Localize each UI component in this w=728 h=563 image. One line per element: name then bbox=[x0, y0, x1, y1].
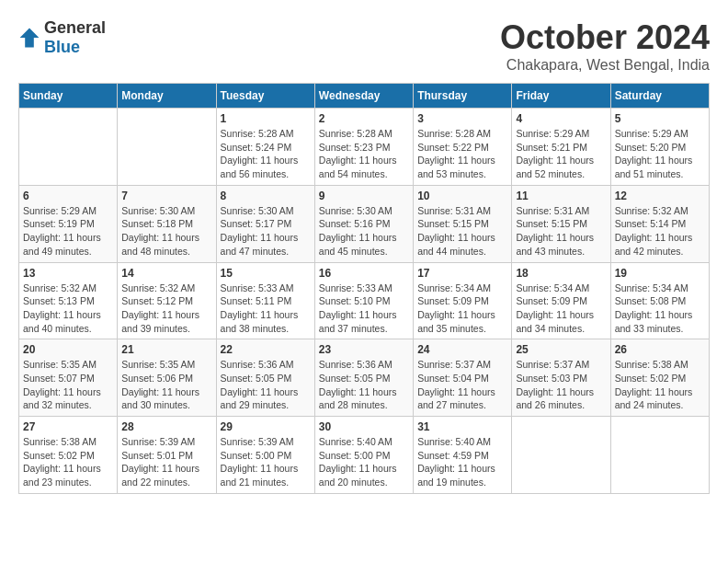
day-info: Sunrise: 5:40 AM Sunset: 5:00 PM Dayligh… bbox=[319, 435, 409, 489]
calendar-cell bbox=[610, 417, 709, 494]
calendar-header-friday: Friday bbox=[512, 84, 610, 109]
calendar-cell: 30Sunrise: 5:40 AM Sunset: 5:00 PM Dayli… bbox=[314, 417, 413, 494]
day-info: Sunrise: 5:28 AM Sunset: 5:22 PM Dayligh… bbox=[417, 127, 507, 181]
calendar-cell: 20Sunrise: 5:35 AM Sunset: 5:07 PM Dayli… bbox=[19, 339, 118, 417]
day-info: Sunrise: 5:28 AM Sunset: 5:23 PM Dayligh… bbox=[319, 127, 409, 181]
month-title: October 2024 bbox=[500, 18, 710, 57]
day-number: 1 bbox=[221, 112, 311, 125]
calendar-cell: 27Sunrise: 5:38 AM Sunset: 5:02 PM Dayli… bbox=[19, 417, 118, 494]
calendar-header-wednesday: Wednesday bbox=[314, 84, 413, 109]
day-number: 21 bbox=[121, 343, 211, 356]
calendar-cell: 21Sunrise: 5:35 AM Sunset: 5:06 PM Dayli… bbox=[118, 339, 216, 417]
calendar-cell: 7Sunrise: 5:30 AM Sunset: 5:18 PM Daylig… bbox=[118, 185, 216, 262]
calendar-table: SundayMondayTuesdayWednesdayThursdayFrid… bbox=[18, 83, 710, 494]
calendar-cell: 29Sunrise: 5:39 AM Sunset: 5:00 PM Dayli… bbox=[216, 417, 314, 494]
day-info: Sunrise: 5:32 AM Sunset: 5:14 PM Dayligh… bbox=[615, 204, 705, 259]
day-info: Sunrise: 5:40 AM Sunset: 4:59 PM Dayligh… bbox=[417, 435, 507, 489]
day-number: 11 bbox=[516, 190, 606, 202]
day-info: Sunrise: 5:30 AM Sunset: 5:17 PM Dayligh… bbox=[221, 204, 311, 259]
svg-marker-0 bbox=[20, 29, 40, 48]
day-number: 31 bbox=[417, 420, 507, 433]
calendar-cell: 6Sunrise: 5:29 AM Sunset: 5:19 PM Daylig… bbox=[19, 185, 118, 262]
day-info: Sunrise: 5:29 AM Sunset: 5:19 PM Dayligh… bbox=[23, 204, 113, 259]
day-info: Sunrise: 5:34 AM Sunset: 5:08 PM Dayligh… bbox=[615, 282, 705, 336]
day-info: Sunrise: 5:28 AM Sunset: 5:24 PM Dayligh… bbox=[221, 127, 311, 181]
day-info: Sunrise: 5:33 AM Sunset: 5:11 PM Dayligh… bbox=[221, 282, 311, 336]
calendar-cell: 19Sunrise: 5:34 AM Sunset: 5:08 PM Dayli… bbox=[610, 262, 709, 339]
calendar-header-sunday: Sunday bbox=[19, 84, 118, 109]
calendar-header-monday: Monday bbox=[118, 84, 216, 109]
calendar-cell bbox=[118, 109, 216, 186]
day-number: 8 bbox=[221, 190, 311, 202]
day-info: Sunrise: 5:32 AM Sunset: 5:13 PM Dayligh… bbox=[23, 282, 113, 336]
calendar-header-row: SundayMondayTuesdayWednesdayThursdayFrid… bbox=[19, 84, 710, 109]
day-info: Sunrise: 5:35 AM Sunset: 5:07 PM Dayligh… bbox=[23, 358, 113, 412]
calendar-cell: 18Sunrise: 5:34 AM Sunset: 5:09 PM Dayli… bbox=[512, 262, 610, 339]
day-info: Sunrise: 5:34 AM Sunset: 5:09 PM Dayligh… bbox=[516, 282, 606, 336]
logo-icon bbox=[18, 27, 40, 49]
calendar-week-4: 20Sunrise: 5:35 AM Sunset: 5:07 PM Dayli… bbox=[19, 339, 710, 417]
calendar-week-3: 13Sunrise: 5:32 AM Sunset: 5:13 PM Dayli… bbox=[19, 262, 710, 339]
day-number: 25 bbox=[516, 343, 606, 356]
day-number: 17 bbox=[417, 267, 507, 280]
calendar-week-5: 27Sunrise: 5:38 AM Sunset: 5:02 PM Dayli… bbox=[19, 417, 710, 494]
day-number: 6 bbox=[23, 190, 113, 202]
calendar-week-1: 1Sunrise: 5:28 AM Sunset: 5:24 PM Daylig… bbox=[19, 109, 710, 186]
day-info: Sunrise: 5:39 AM Sunset: 5:00 PM Dayligh… bbox=[221, 435, 311, 489]
day-number: 10 bbox=[417, 190, 507, 202]
day-number: 15 bbox=[221, 267, 311, 280]
day-info: Sunrise: 5:36 AM Sunset: 5:05 PM Dayligh… bbox=[221, 358, 311, 412]
calendar-cell: 22Sunrise: 5:36 AM Sunset: 5:05 PM Dayli… bbox=[216, 339, 314, 417]
day-info: Sunrise: 5:38 AM Sunset: 5:02 PM Dayligh… bbox=[615, 358, 705, 412]
day-number: 19 bbox=[615, 267, 705, 280]
day-number: 7 bbox=[121, 190, 211, 202]
day-info: Sunrise: 5:31 AM Sunset: 5:15 PM Dayligh… bbox=[516, 204, 606, 259]
calendar-header-thursday: Thursday bbox=[414, 84, 512, 109]
day-number: 26 bbox=[615, 343, 705, 356]
calendar-cell: 15Sunrise: 5:33 AM Sunset: 5:11 PM Dayli… bbox=[216, 262, 314, 339]
calendar-cell: 26Sunrise: 5:38 AM Sunset: 5:02 PM Dayli… bbox=[610, 339, 709, 417]
day-number: 28 bbox=[121, 420, 211, 433]
calendar-cell: 23Sunrise: 5:36 AM Sunset: 5:05 PM Dayli… bbox=[314, 339, 413, 417]
calendar-cell: 13Sunrise: 5:32 AM Sunset: 5:13 PM Dayli… bbox=[19, 262, 118, 339]
day-number: 22 bbox=[221, 343, 311, 356]
calendar-cell: 25Sunrise: 5:37 AM Sunset: 5:03 PM Dayli… bbox=[512, 339, 610, 417]
calendar-cell: 1Sunrise: 5:28 AM Sunset: 5:24 PM Daylig… bbox=[216, 109, 314, 186]
logo-blue: Blue bbox=[44, 38, 80, 56]
page-header: General Blue October 2024 Chakapara, Wes… bbox=[18, 18, 710, 74]
day-number: 20 bbox=[23, 343, 113, 356]
calendar-cell: 24Sunrise: 5:37 AM Sunset: 5:04 PM Dayli… bbox=[414, 339, 512, 417]
day-info: Sunrise: 5:38 AM Sunset: 5:02 PM Dayligh… bbox=[23, 435, 113, 489]
day-number: 14 bbox=[121, 267, 211, 280]
calendar-cell: 14Sunrise: 5:32 AM Sunset: 5:12 PM Dayli… bbox=[118, 262, 216, 339]
day-number: 12 bbox=[615, 190, 705, 202]
location-title: Chakapara, West Bengal, India bbox=[500, 57, 710, 74]
calendar-cell bbox=[19, 109, 118, 186]
day-info: Sunrise: 5:32 AM Sunset: 5:12 PM Dayligh… bbox=[121, 282, 211, 336]
day-info: Sunrise: 5:36 AM Sunset: 5:05 PM Dayligh… bbox=[319, 358, 409, 412]
calendar-cell: 31Sunrise: 5:40 AM Sunset: 4:59 PM Dayli… bbox=[414, 417, 512, 494]
logo: General Blue bbox=[18, 18, 106, 57]
calendar-header-saturday: Saturday bbox=[610, 84, 709, 109]
day-info: Sunrise: 5:37 AM Sunset: 5:04 PM Dayligh… bbox=[417, 358, 507, 412]
day-number: 16 bbox=[319, 267, 409, 280]
day-info: Sunrise: 5:29 AM Sunset: 5:21 PM Dayligh… bbox=[516, 127, 606, 181]
calendar-cell: 17Sunrise: 5:34 AM Sunset: 5:09 PM Dayli… bbox=[414, 262, 512, 339]
title-section: October 2024 Chakapara, West Bengal, Ind… bbox=[500, 18, 710, 74]
calendar-cell: 2Sunrise: 5:28 AM Sunset: 5:23 PM Daylig… bbox=[314, 109, 413, 186]
day-number: 13 bbox=[23, 267, 113, 280]
day-number: 5 bbox=[615, 112, 705, 125]
day-number: 24 bbox=[417, 343, 507, 356]
day-number: 27 bbox=[23, 420, 113, 433]
day-info: Sunrise: 5:31 AM Sunset: 5:15 PM Dayligh… bbox=[417, 204, 507, 259]
day-number: 2 bbox=[319, 112, 409, 125]
day-info: Sunrise: 5:30 AM Sunset: 5:16 PM Dayligh… bbox=[319, 204, 409, 259]
logo-general: General bbox=[44, 18, 106, 37]
calendar-cell: 3Sunrise: 5:28 AM Sunset: 5:22 PM Daylig… bbox=[414, 109, 512, 186]
day-number: 18 bbox=[516, 267, 606, 280]
day-number: 23 bbox=[319, 343, 409, 356]
calendar-cell: 11Sunrise: 5:31 AM Sunset: 5:15 PM Dayli… bbox=[512, 185, 610, 262]
day-info: Sunrise: 5:39 AM Sunset: 5:01 PM Dayligh… bbox=[121, 435, 211, 489]
calendar-cell: 16Sunrise: 5:33 AM Sunset: 5:10 PM Dayli… bbox=[314, 262, 413, 339]
day-number: 9 bbox=[319, 190, 409, 202]
